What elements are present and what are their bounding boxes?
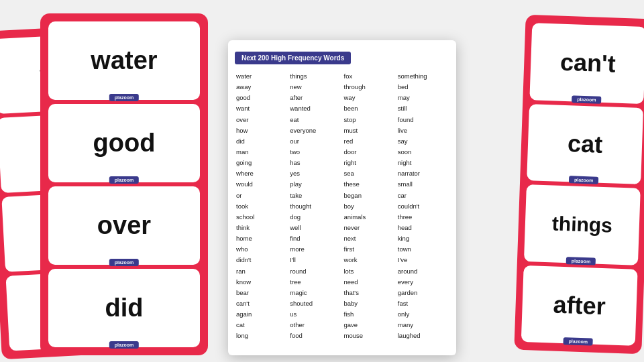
brand-badge-r3: plazoom <box>566 257 596 265</box>
word-over: over <box>97 211 151 240</box>
wordlist-col-3: fox through way been stop must red door … <box>343 71 396 342</box>
word-things: things <box>551 213 612 237</box>
word-cat: cat <box>567 129 602 159</box>
word-water: water <box>91 46 157 75</box>
wordlist-col-2: things new after wanted eat everyone our… <box>288 71 341 342</box>
word-card-over: over plazoom <box>48 186 200 265</box>
brand-badge-r2: plazoom <box>569 176 599 184</box>
wordlist-columns: water away good want over how did man go… <box>235 71 449 342</box>
left-front-card-sheet: water plazoom good plazoom over plazoom … <box>40 13 208 355</box>
brand-badge-r4: plazoom <box>563 337 593 346</box>
word-card-after: after plazoom <box>521 265 638 345</box>
wordlist-col-1: water away good want over how did man go… <box>235 71 288 342</box>
wordlist-sheet: Next 200 High Frequency Words water away… <box>228 40 456 355</box>
brand-badge-8: plazoom <box>109 341 139 349</box>
word-card-did: did plazoom <box>48 269 200 347</box>
word-card-good: good plazoom <box>48 104 200 182</box>
word-card-cat: cat plazoom <box>527 104 643 184</box>
word-cant: can't <box>559 48 616 78</box>
word-good: good <box>93 129 156 158</box>
word-did: did <box>105 294 144 322</box>
wordlist-title: Next 200 High Frequency Words <box>235 52 351 64</box>
word-card-cant: can't plazoom <box>529 23 644 103</box>
brand-badge-5: plazoom <box>109 94 139 101</box>
wordlist-col-4: something bed may still found live say s… <box>396 71 449 342</box>
word-card-water: water plazoom <box>48 21 200 100</box>
brand-badge-7: plazoom <box>109 259 139 266</box>
word-card-things: things plazoom <box>524 184 641 265</box>
brand-badge-6: plazoom <box>109 176 139 184</box>
brand-badge-r1: plazoom <box>572 95 602 104</box>
word-after: after <box>553 290 606 320</box>
right-card-sheet: can't plazoom cat plazoom things plazoom… <box>514 15 644 354</box>
